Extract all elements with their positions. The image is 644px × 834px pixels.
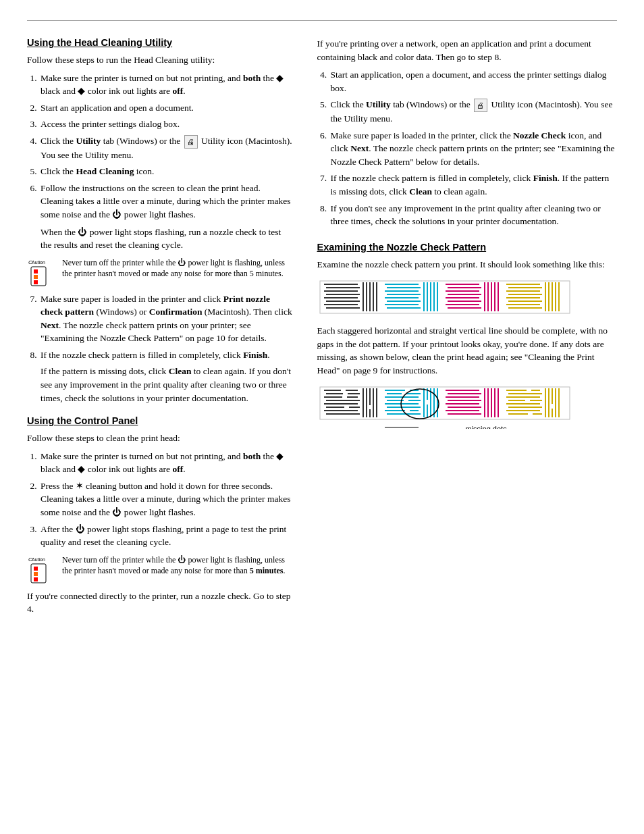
- section3-heading: Examining the Nozzle Check Pattern: [317, 242, 617, 253]
- section3-para2: Each staggered horizontal and straight v…: [317, 324, 617, 377]
- list-item: If you don't see any improvement in the …: [329, 202, 617, 228]
- utility-icon: [184, 135, 198, 149]
- after-caution-text: If you're connected directly to the prin…: [27, 590, 294, 616]
- svg-rect-2: [31, 267, 46, 286]
- section1-steps: Make sure the printer is turned on but n…: [39, 72, 294, 252]
- list-item: Click the Head Cleaning icon.: [39, 165, 294, 178]
- caution-text-1: Never turn off the printer while the ⏻ p…: [62, 257, 294, 280]
- missing-dots-label: missing dots: [466, 425, 507, 429]
- caution-icon-2: C Aution: [27, 554, 57, 584]
- caution-icon-1: C Aution: [27, 257, 57, 287]
- list-item: Make sure paper is loaded in the printer…: [329, 129, 617, 169]
- right-intro: If you're printing over a network, open …: [317, 37, 617, 63]
- svg-rect-4: [34, 275, 38, 279]
- svg-rect-11: [34, 577, 38, 581]
- caution-block-1: C Aution Never turn off the printer whil…: [27, 257, 294, 287]
- list-item: Access the printer settings dialog box.: [39, 118, 294, 131]
- section1-intro: Follow these steps to run the Head Clean…: [27, 53, 294, 67]
- svg-rect-10: [34, 572, 38, 576]
- list-item: If the nozzle check pattern is filled in…: [39, 348, 294, 405]
- svg-rect-9: [34, 567, 38, 571]
- svg-rect-8: [31, 564, 46, 583]
- two-column-layout: Using the Head Cleaning Utility Follow t…: [0, 37, 644, 621]
- page: Using the Head Cleaning Utility Follow t…: [0, 0, 644, 834]
- list-item: Make sure the printer is turned on but n…: [39, 72, 294, 98]
- list-item: Make sure paper is loaded in the printer…: [39, 292, 294, 345]
- caution-block-2: C Aution Never turn off the printer whil…: [27, 554, 294, 584]
- right-steps: Start an application, open a document, a…: [329, 68, 617, 228]
- right-column: If you're printing over a network, open …: [311, 37, 617, 621]
- svg-rect-3: [34, 269, 38, 273]
- caution-text-2: Never turn off the printer while the ⏻ p…: [62, 554, 294, 577]
- section3-para1: Examine the nozzle check pattern you pri…: [317, 258, 617, 271]
- list-item: Make sure the printer is turned on but n…: [39, 450, 294, 476]
- utility-icon-right: [474, 99, 487, 112]
- left-column: Using the Head Cleaning Utility Follow t…: [27, 37, 311, 621]
- svg-rect-5: [34, 280, 38, 284]
- section2-heading: Using the Control Panel: [27, 415, 294, 426]
- section2-steps: Make sure the printer is turned on but n…: [39, 450, 294, 549]
- nozzle-pattern-good: [317, 279, 574, 316]
- nozzle-pattern-missing: missing dots: [317, 385, 574, 429]
- section1-steps-cont: Make sure paper is loaded in the printer…: [39, 292, 294, 405]
- list-item: Follow the instructions on the screen to…: [39, 182, 294, 252]
- top-rule: [27, 20, 617, 21]
- list-item: Click the Utility tab (Windows) or the U…: [329, 98, 617, 125]
- svg-text:Aution: Aution: [32, 260, 45, 265]
- list-item: Click the Utility tab (Windows) or the U…: [39, 134, 294, 161]
- list-item: Start an application and open a document…: [39, 101, 294, 115]
- section2-intro: Follow these steps to clean the print he…: [27, 432, 294, 445]
- section1-heading: Using the Head Cleaning Utility: [27, 37, 294, 48]
- list-item: After the ⏻ power light stops flashing, …: [39, 523, 294, 549]
- list-item: Start an application, open a document, a…: [329, 68, 617, 95]
- list-item: Press the ✶ cleaning button and hold it …: [39, 479, 294, 519]
- svg-text:Aution: Aution: [32, 557, 45, 562]
- list-item: If the nozzle check pattern is filled in…: [329, 172, 617, 198]
